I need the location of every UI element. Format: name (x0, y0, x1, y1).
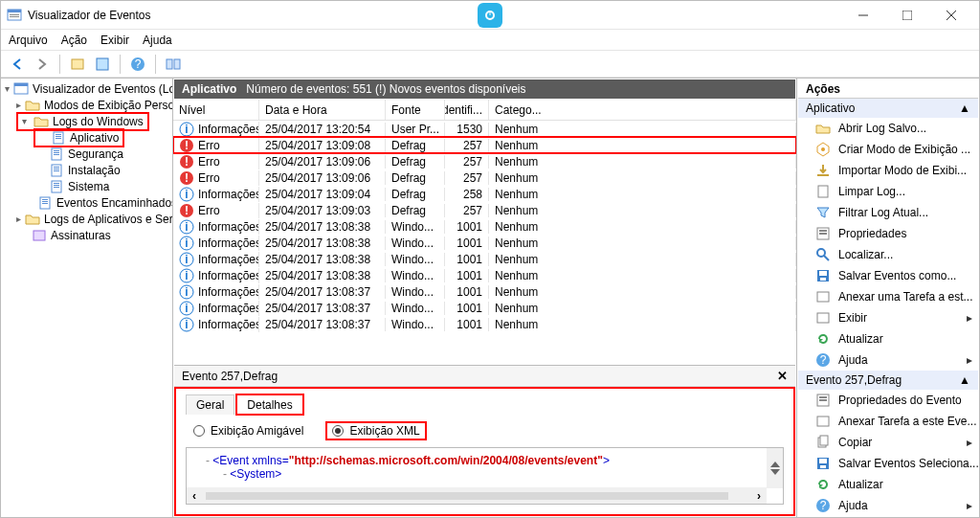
event-date: 25/04/2017 13:09:04 (259, 188, 386, 201)
xml-scrollbar-h[interactable]: ‹ › (187, 487, 767, 504)
actions-section-header[interactable]: Evento 257,Defrag▲ (798, 371, 978, 390)
action-item[interactable]: ?Ajuda▸ (798, 349, 978, 371)
detail-close-button[interactable]: ✕ (777, 369, 788, 383)
actions-list: Aplicativo▲Abrir Log Salvo...Criar Modo … (798, 99, 978, 516)
event-source: Defrag (386, 139, 445, 152)
action-item-label: Limpar Log... (838, 185, 905, 198)
svg-text:i: i (185, 253, 188, 266)
svg-rect-17 (56, 138, 61, 139)
event-row[interactable]: iInformações25/04/2017 13:09:04Defrag258… (173, 186, 796, 202)
tree-item-label: Eventos Encaminhados (56, 196, 172, 210)
event-source: Defrag (386, 155, 445, 169)
action-item[interactable]: Salvar Eventos como... (798, 265, 978, 286)
toolbar-action-1[interactable] (67, 54, 88, 75)
action-item[interactable]: Limpar Log... (798, 181, 978, 202)
tree-item[interactable]: ▸Logs de Aplicativos e Serviço (1, 211, 172, 227)
action-item-label: Criar Modo de Exibição ... (838, 143, 970, 156)
action-item[interactable]: Abrir Log Salvo... (798, 118, 978, 139)
action-item-label: Anexar Tarefa a este Eve... (838, 415, 977, 428)
svg-rect-11 (174, 59, 180, 69)
action-item[interactable]: Propriedades (798, 223, 978, 244)
radio-xml-view[interactable]: Exibição XML (326, 422, 425, 439)
event-level: Informações (198, 285, 259, 299)
action-item[interactable]: Atualizar (798, 328, 978, 349)
refresh-icon (815, 331, 831, 347)
tree-item[interactable]: Eventos Encaminhados (1, 194, 172, 211)
svg-rect-6 (72, 59, 83, 69)
col-id[interactable]: Identifi... (445, 100, 489, 120)
event-row[interactable]: iInformações25/04/2017 13:08:37Windo...1… (173, 283, 796, 300)
center-overlay-button[interactable] (478, 3, 502, 28)
event-row[interactable]: iInformações25/04/2017 13:08:37Windo...1… (173, 300, 796, 316)
radio-xml-label: Exibição XML (349, 424, 419, 438)
actions-section-header[interactable]: Aplicativo▲ (798, 99, 978, 118)
event-date: 25/04/2017 13:08:38 (259, 220, 386, 234)
folder-icon (33, 114, 49, 129)
menu-file[interactable]: Arquivo (9, 34, 48, 47)
tree-item[interactable]: Instalação (1, 162, 172, 178)
toolbar-action-2[interactable] (92, 54, 113, 75)
tree-item[interactable]: Sistema (1, 178, 172, 194)
action-item[interactable]: Anexar uma Tarefa a est... (798, 286, 978, 307)
event-category: Nenhum (489, 204, 796, 217)
toolbar-action-3[interactable] (163, 54, 184, 75)
event-row[interactable]: iInformações25/04/2017 13:08:37Windo...1… (173, 316, 796, 332)
tree-item[interactable]: ▾Logs do Windows (1, 113, 172, 129)
maximize-button[interactable] (885, 1, 929, 30)
minimize-button[interactable] (841, 1, 885, 30)
nav-forward-button[interactable] (32, 54, 53, 75)
svg-point-67 (817, 249, 825, 257)
col-level[interactable]: Nível (173, 100, 259, 120)
collapse-icon: ▲ (959, 101, 970, 115)
actions-section-label: Aplicativo (806, 101, 855, 115)
col-category[interactable]: Catego... (489, 100, 796, 120)
import-icon (815, 163, 831, 178)
action-item[interactable]: Criar Modo de Exibição ... (798, 139, 978, 160)
subs-icon (32, 228, 47, 243)
event-row[interactable]: iInformações25/04/2017 13:08:38Windo...1… (173, 235, 796, 251)
action-item[interactable]: Anexar Tarefa a este Eve... (798, 411, 978, 432)
event-date: 25/04/2017 13:08:37 (259, 285, 386, 299)
svg-rect-28 (54, 185, 59, 186)
event-row[interactable]: !Erro25/04/2017 13:09:06Defrag257Nenhum (173, 169, 796, 186)
event-row[interactable]: iInformações25/04/2017 13:08:38Windo...1… (173, 267, 796, 283)
event-row[interactable]: !Erro25/04/2017 13:09:06Defrag257Nenhum (173, 153, 796, 169)
action-item[interactable]: Localizar... (798, 244, 978, 265)
action-item[interactable]: Copiar▸ (798, 432, 978, 453)
action-item[interactable]: ?Ajuda▸ (798, 495, 978, 516)
tree-item[interactable]: ▸Modos de Exibição Personali (1, 97, 172, 113)
chevron-right-icon: ▸ (967, 311, 972, 325)
tree-item[interactable]: Segurança (1, 146, 172, 162)
tab-general[interactable]: Geral (186, 394, 234, 415)
xml-scrollbar-v[interactable] (767, 448, 783, 488)
close-button[interactable] (929, 1, 973, 30)
event-source: Defrag (386, 204, 445, 217)
radio-friendly-view[interactable]: Exibição Amigável (193, 424, 303, 438)
action-item[interactable]: Atualizar (798, 474, 978, 495)
event-row[interactable]: iInformações25/04/2017 13:08:38Windo...1… (173, 218, 796, 235)
toolbar-help-button[interactable]: ? (127, 54, 148, 75)
event-row[interactable]: iInformações25/04/2017 13:08:38Windo...1… (173, 251, 796, 267)
menu-view[interactable]: Exibir (100, 34, 129, 47)
col-date[interactable]: Data e Hora (259, 100, 386, 120)
tree-root[interactable]: ▾ Visualizador de Eventos (Local) (1, 80, 172, 97)
svg-rect-10 (167, 59, 172, 69)
action-item[interactable]: Salvar Eventos Seleciona... (798, 453, 978, 474)
svg-rect-71 (817, 292, 829, 302)
event-row[interactable]: iInformações25/04/2017 13:20:54User Pr..… (173, 121, 796, 137)
event-row[interactable]: !Erro25/04/2017 13:09:08Defrag257Nenhum (173, 137, 796, 153)
action-item[interactable]: Exibir▸ (798, 307, 978, 328)
action-item[interactable]: Importar Modo de Exibi... (798, 160, 978, 181)
col-source[interactable]: Fonte (386, 100, 445, 120)
menu-action[interactable]: Ação (61, 34, 87, 47)
action-item[interactable]: Filtrar Log Atual... (798, 202, 978, 223)
tab-details[interactable]: Detalhes (236, 394, 302, 415)
menu-help[interactable]: Ajuda (143, 34, 172, 47)
tree-item[interactable]: Assinaturas (1, 227, 172, 243)
nav-back-button[interactable] (7, 54, 28, 75)
action-item[interactable]: Propriedades do Evento (798, 390, 978, 411)
tree-item[interactable]: Aplicativo (1, 129, 172, 146)
chevron-right-icon: ▸ (967, 436, 972, 449)
event-row[interactable]: !Erro25/04/2017 13:09:03Defrag257Nenhum (173, 202, 796, 218)
event-grid[interactable]: iInformações25/04/2017 13:20:54User Pr..… (173, 121, 796, 364)
